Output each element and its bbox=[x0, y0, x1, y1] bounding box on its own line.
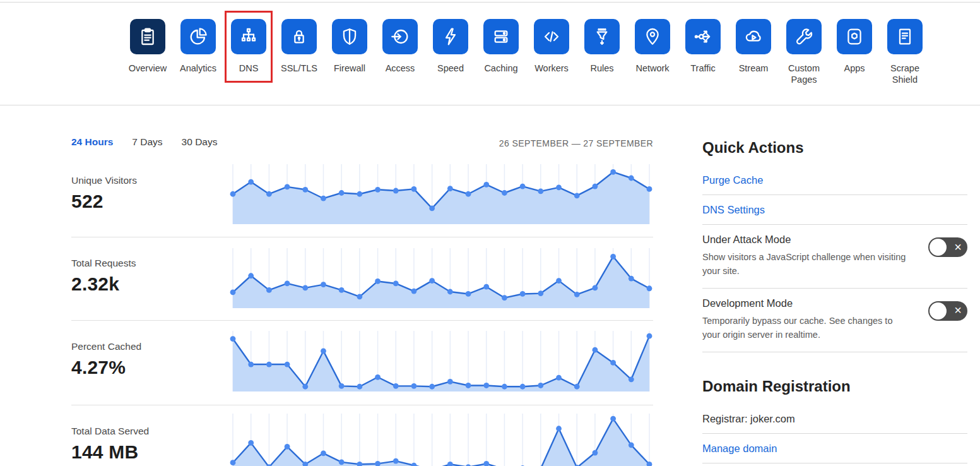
nav-item-label: Caching bbox=[484, 63, 517, 74]
stat-row-unique-visitors: Unique Visitors522 bbox=[71, 155, 653, 237]
under-attack-mode-row: Under Attack Mode Show visitors a JavaSc… bbox=[702, 225, 967, 289]
stat-value: 144 MB bbox=[71, 441, 149, 463]
sparkline-chart bbox=[229, 330, 653, 391]
under-attack-mode-toggle[interactable]: × bbox=[928, 237, 967, 257]
nav-item-label: Stream bbox=[739, 63, 769, 74]
arrow-into-circle-icon bbox=[382, 19, 418, 54]
stat-meta: Unique Visitors522 bbox=[71, 175, 137, 212]
domain-registration-title: Domain Registration bbox=[702, 378, 967, 395]
nav-item-label: DNS bbox=[239, 63, 259, 74]
tab-24-hours[interactable]: 24 Hours bbox=[71, 136, 113, 148]
tab-30-days[interactable]: 30 Days bbox=[182, 136, 218, 148]
stat-row-total-requests: Total Requests2.32k bbox=[71, 237, 653, 321]
wrench-icon bbox=[786, 19, 822, 54]
nav-item-label: Custom Pages bbox=[781, 63, 827, 85]
nav-item-speed[interactable]: Speed bbox=[425, 19, 476, 85]
app-nav: OverviewAnalyticsDNSSSL/TLSFirewallAcces… bbox=[0, 3, 980, 105]
toggle-knob bbox=[930, 239, 947, 256]
nav-item-traffic[interactable]: Traffic bbox=[678, 19, 728, 85]
funnel-icon bbox=[584, 19, 620, 54]
manage-domain-row: Manage domain bbox=[702, 434, 967, 463]
time-range-tabs: 24 Hours7 Days30 Days bbox=[71, 136, 217, 148]
nav-item-custom-pages[interactable]: Custom Pages bbox=[779, 19, 829, 85]
nav-item-label: Workers bbox=[534, 63, 569, 74]
location-pin-icon bbox=[635, 19, 670, 54]
stat-row-percent-cached: Percent Cached4.27% bbox=[71, 321, 653, 405]
server-stack-icon bbox=[483, 19, 519, 54]
sparkline-chart bbox=[229, 163, 653, 224]
spark-container bbox=[229, 163, 653, 224]
development-mode-label: Development Mode bbox=[702, 297, 911, 309]
date-range-label: 26 SEPTEMBER — 27 SEPTEMBER bbox=[499, 138, 653, 148]
lightning-icon bbox=[433, 19, 468, 54]
stat-label: Total Requests bbox=[71, 258, 136, 269]
nav-item-label: Apps bbox=[844, 63, 865, 74]
clipboard-icon bbox=[130, 19, 165, 54]
nav-item-label: Firewall bbox=[334, 63, 365, 74]
nav-item-stream[interactable]: Stream bbox=[728, 19, 779, 85]
spark-container bbox=[229, 412, 653, 466]
nav-item-caching[interactable]: Caching bbox=[476, 19, 526, 85]
sparkline-chart bbox=[229, 412, 653, 466]
nav-item-apps[interactable]: Apps bbox=[829, 19, 880, 85]
sidebar: Quick Actions Purge Cache DNS Settings U… bbox=[702, 139, 967, 463]
nav-item-firewall[interactable]: Firewall bbox=[324, 19, 375, 85]
stat-value: 4.27% bbox=[71, 357, 141, 378]
nav-item-ssl-tls[interactable]: SSL/TLS bbox=[274, 19, 324, 85]
toggle-x-icon: × bbox=[954, 304, 962, 317]
toggle-x-icon: × bbox=[954, 241, 962, 253]
nav-item-label: Network bbox=[635, 63, 669, 74]
purge-cache-link[interactable]: Purge Cache bbox=[702, 174, 763, 186]
nav-item-analytics[interactable]: Analytics bbox=[173, 19, 223, 85]
development-mode-row: Development Mode Temporarily bypass our … bbox=[702, 289, 967, 352]
dns-settings-link[interactable]: DNS Settings bbox=[702, 204, 765, 215]
manage-domain-link[interactable]: Manage domain bbox=[702, 443, 777, 454]
nav-item-label: Overview bbox=[129, 63, 167, 74]
dns-settings-row: DNS Settings bbox=[702, 195, 967, 225]
dns-tree-icon bbox=[231, 19, 266, 54]
analytics-stats: Unique Visitors522Total Requests2.32kPer… bbox=[71, 155, 653, 466]
sparkline-chart bbox=[229, 247, 653, 308]
stat-label: Unique Visitors bbox=[71, 175, 137, 186]
tab-7-days[interactable]: 7 Days bbox=[132, 136, 162, 148]
nav-item-access[interactable]: Access bbox=[375, 19, 425, 85]
registrar-row: Registrar: joker.com bbox=[702, 404, 967, 434]
cloud-play-icon bbox=[736, 19, 771, 54]
spark-container bbox=[229, 247, 653, 308]
stat-label: Total Data Served bbox=[71, 426, 149, 437]
stat-label: Percent Cached bbox=[71, 341, 141, 352]
cloudflare-dashboard: OverviewAnalyticsDNSSSL/TLSFirewallAcces… bbox=[0, 0, 980, 466]
stat-row-total-data-served: Total Data Served144 MB bbox=[71, 405, 653, 466]
stat-value: 522 bbox=[71, 191, 137, 212]
under-attack-mode-description: Show visitors a JavaScript challenge whe… bbox=[702, 250, 911, 278]
nav-item-network[interactable]: Network bbox=[627, 19, 678, 85]
spark-container bbox=[229, 330, 653, 391]
nav-item-label: Access bbox=[386, 63, 415, 74]
stat-meta: Total Requests2.32k bbox=[71, 258, 136, 295]
nav-item-rules[interactable]: Rules bbox=[577, 19, 627, 85]
stat-value: 2.32k bbox=[71, 273, 136, 295]
shield-icon bbox=[332, 19, 367, 54]
development-mode-toggle[interactable]: × bbox=[928, 301, 967, 321]
under-attack-mode-label: Under Attack Mode bbox=[702, 234, 911, 246]
code-brackets-icon bbox=[534, 19, 569, 54]
document-lines-icon bbox=[887, 19, 923, 54]
padlock-icon bbox=[281, 19, 317, 54]
branch-arrows-icon bbox=[685, 19, 721, 54]
registrar-label: Registrar: joker.com bbox=[702, 413, 795, 424]
nav-item-label: Speed bbox=[437, 63, 464, 74]
nav-item-workers[interactable]: Workers bbox=[526, 19, 577, 85]
nav-item-label: Rules bbox=[590, 63, 613, 74]
app-nav-items: OverviewAnalyticsDNSSSL/TLSFirewallAcces… bbox=[122, 19, 930, 85]
pie-chart-icon bbox=[180, 19, 216, 54]
nav-item-overview[interactable]: Overview bbox=[122, 19, 173, 85]
nav-item-dns[interactable]: DNS bbox=[223, 19, 274, 85]
stat-meta: Percent Cached4.27% bbox=[71, 341, 141, 378]
nav-item-scrape-shield[interactable]: Scrape Shield bbox=[880, 19, 930, 85]
stat-meta: Total Data Served144 MB bbox=[71, 426, 149, 463]
nav-item-label: SSL/TLS bbox=[281, 63, 317, 74]
app-box-icon bbox=[837, 19, 872, 54]
nav-item-label: Traffic bbox=[690, 63, 715, 74]
toggle-knob bbox=[930, 302, 947, 320]
nav-item-label: Analytics bbox=[180, 63, 216, 74]
